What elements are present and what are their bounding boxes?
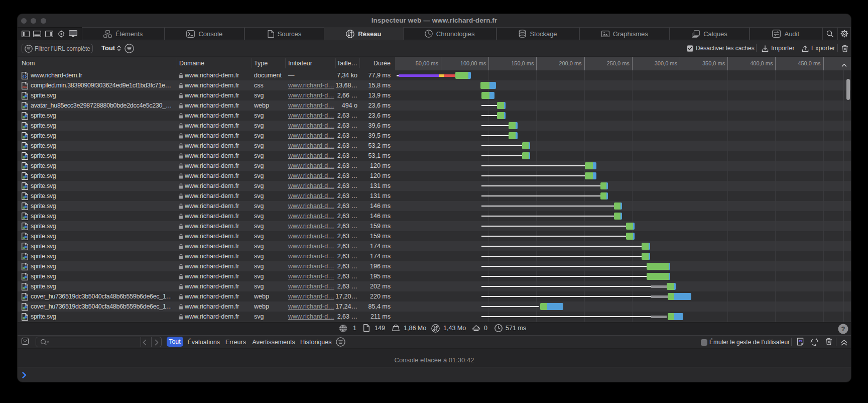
svg-text:?: ? (841, 325, 845, 333)
svg-text:css: css (22, 85, 27, 88)
svg-text:JS: JS (798, 339, 802, 343)
